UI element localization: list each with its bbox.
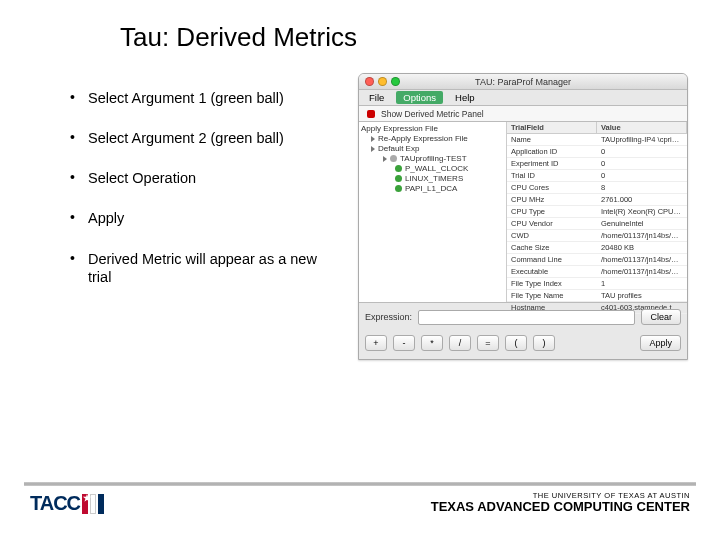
- star-icon: ★: [83, 493, 90, 503]
- metric-icon: [395, 175, 402, 182]
- menu-options[interactable]: Options: [396, 91, 443, 104]
- menubar: File Options Help: [359, 90, 687, 106]
- table-row[interactable]: Experiment ID0: [507, 158, 687, 170]
- tacc-logo: TACC ★: [30, 492, 113, 515]
- metric-icon: [395, 185, 402, 192]
- table-row[interactable]: Cache Size20480 KB: [507, 242, 687, 254]
- table-row[interactable]: CWD/home/01137/jn14bs/TEST: [507, 230, 687, 242]
- titlebar[interactable]: TAU: ParaProf Manager: [359, 74, 687, 90]
- table-row[interactable]: File Type Index1: [507, 278, 687, 290]
- footer: TACC ★ THE UNIVERSITY OF TEXAS AT AUSTIN…: [0, 482, 720, 540]
- tree-item[interactable]: Re-Apply Expression File: [361, 134, 506, 144]
- toolbar-label[interactable]: Show Derived Metric Panel: [381, 109, 484, 119]
- metric-icon: [395, 165, 402, 172]
- window-title: TAU: ParaProf Manager: [359, 77, 687, 87]
- expression-label: Expression:: [365, 312, 412, 322]
- paraprof-window: TAU: ParaProf Manager File Options Help …: [358, 73, 688, 360]
- op-mult[interactable]: *: [421, 335, 443, 351]
- op-minus[interactable]: -: [393, 335, 415, 351]
- col-value[interactable]: Value: [597, 122, 687, 133]
- toolbar: Show Derived Metric Panel: [359, 106, 687, 122]
- table-row[interactable]: Trial ID0: [507, 170, 687, 182]
- trial-icon: [390, 155, 397, 162]
- tree-panel[interactable]: Apply Expression File Re-Apply Expressio…: [359, 122, 507, 302]
- col-field[interactable]: TrialField: [507, 122, 597, 133]
- twisty-icon: [371, 136, 375, 142]
- table-row[interactable]: Executable/home/01137/jn14bs/TEST: [507, 266, 687, 278]
- instruction-list: Select Argument 1 (green ball) Select Ar…: [70, 73, 340, 360]
- ut-logo-text: THE UNIVERSITY OF TEXAS AT AUSTIN TEXAS …: [431, 492, 690, 515]
- bullet-item: Select Operation: [70, 169, 340, 209]
- table-row[interactable]: NameTAUprofiling-IP4 \cprinth0: [507, 134, 687, 146]
- tree-item[interactable]: P_WALL_CLOCK: [361, 164, 506, 174]
- table-row[interactable]: CPU MHz2761.000: [507, 194, 687, 206]
- op-eq[interactable]: =: [477, 335, 499, 351]
- op-rparen[interactable]: ): [533, 335, 555, 351]
- tree-item[interactable]: Apply Expression File: [361, 124, 506, 134]
- bullet-item: Apply: [70, 209, 340, 249]
- apply-button[interactable]: Apply: [640, 335, 681, 351]
- table-header: TrialField Value: [507, 122, 687, 134]
- clear-button[interactable]: Clear: [641, 309, 681, 325]
- table-row[interactable]: CPU VendorGenuineIntel: [507, 218, 687, 230]
- table-row[interactable]: CPU Cores8: [507, 182, 687, 194]
- expression-input[interactable]: [418, 310, 635, 325]
- bullet-item: Derived Metric will appear as a new tria…: [70, 250, 340, 308]
- op-lparen[interactable]: (: [505, 335, 527, 351]
- properties-table: TrialField Value NameTAUprofiling-IP4 \c…: [507, 122, 687, 302]
- table-row[interactable]: Command Line/home/01137/jn14bs/TEST: [507, 254, 687, 266]
- menu-file[interactable]: File: [369, 92, 384, 103]
- slide-title: Tau: Derived Metrics: [0, 0, 720, 65]
- bullet-item: Select Argument 1 (green ball): [70, 89, 340, 129]
- tree-item[interactable]: TAUprofiling-TEST: [361, 154, 506, 164]
- op-div[interactable]: /: [449, 335, 471, 351]
- table-row[interactable]: CPU TypeIntel(R) Xeon(R) CPU E5-2680: [507, 206, 687, 218]
- op-plus[interactable]: +: [365, 335, 387, 351]
- table-row[interactable]: File Type NameTAU profiles: [507, 290, 687, 302]
- tree-item[interactable]: Default Exp: [361, 144, 506, 154]
- bullet-item: Select Argument 2 (green ball): [70, 129, 340, 169]
- twisty-icon: [383, 156, 387, 162]
- twisty-icon: [371, 146, 375, 152]
- table-row[interactable]: Application ID0: [507, 146, 687, 158]
- tree-item[interactable]: LINUX_TIMERS: [361, 174, 506, 184]
- record-icon[interactable]: [367, 110, 375, 118]
- tree-item[interactable]: PAPI_L1_DCA: [361, 184, 506, 194]
- menu-help[interactable]: Help: [455, 92, 475, 103]
- operator-row: + - * / = ( ) Apply: [359, 331, 687, 359]
